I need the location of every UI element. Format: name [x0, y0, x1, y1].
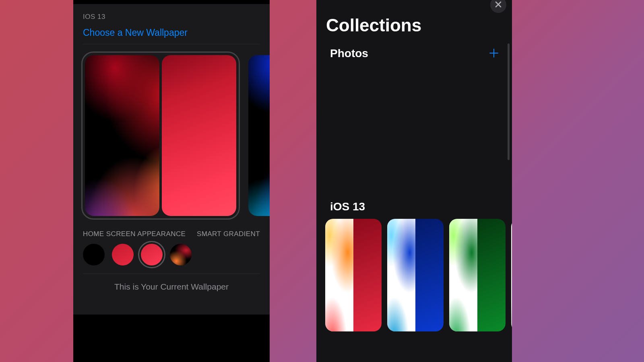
wallpaper-settings-panel: IOS 13 Choose a New Wallpaper HOME SCREE…: [73, 0, 270, 362]
smart-gradient-label: SMART GRADIENT: [197, 230, 260, 238]
appearance-swatch-black[interactable]: [83, 244, 105, 265]
light-half: [387, 219, 415, 331]
light-half: [325, 219, 353, 331]
appearance-swatch-gradient-selected[interactable]: [141, 244, 163, 265]
ios13-collection-row: [316, 219, 512, 331]
wallpaper-preview-row: [73, 44, 270, 220]
collection-card-green[interactable]: [449, 219, 506, 331]
photos-label: Photos: [330, 47, 368, 60]
appearance-swatch-red[interactable]: [112, 244, 134, 265]
collection-card-grey[interactable]: [511, 219, 512, 331]
collections-panel: Collections Photos iOS 13: [316, 0, 512, 362]
homescreen-preview: [162, 55, 236, 216]
scrollbar[interactable]: [508, 43, 510, 160]
photos-section-header[interactable]: Photos: [316, 39, 512, 64]
home-screen-appearance-label: HOME SCREEN APPEARANCE: [83, 230, 186, 238]
appearance-swatch-wallpaper[interactable]: [170, 244, 192, 265]
collections-title: Collections: [316, 0, 512, 39]
lockscreen-preview: [85, 55, 159, 216]
ios13-collection-label: iOS 13: [316, 200, 512, 219]
light-half: [449, 219, 477, 331]
choose-new-wallpaper-link[interactable]: Choose a New Wallpaper: [73, 25, 270, 44]
add-photo-button[interactable]: [489, 47, 498, 60]
dark-half: [353, 219, 382, 331]
dark-half: [415, 219, 444, 331]
lockscreen-preview: [248, 55, 270, 216]
appearance-swatches: [73, 243, 270, 274]
close-icon: [495, 0, 502, 10]
ios13-section-header: IOS 13: [73, 4, 270, 25]
collection-card-blue[interactable]: [387, 219, 444, 331]
wallpaper-pair-selected[interactable]: [81, 51, 240, 220]
current-wallpaper-text: This is Your Current Wallpaper: [83, 274, 260, 296]
appearance-labels: HOME SCREEN APPEARANCE SMART GRADIENT: [73, 220, 270, 243]
plus-icon: [489, 49, 498, 58]
dark-half: [477, 219, 506, 331]
wallpaper-pair-next[interactable]: [245, 51, 270, 220]
light-half: [511, 219, 512, 331]
wallpaper-settings-content: IOS 13 Choose a New Wallpaper HOME SCREE…: [73, 4, 270, 315]
collection-card-red[interactable]: [325, 219, 382, 331]
